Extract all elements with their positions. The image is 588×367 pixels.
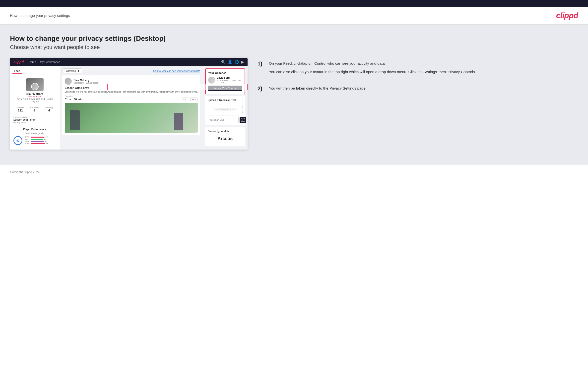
feed-tab[interactable]: Feed: [12, 68, 22, 74]
activities-value: 131: [16, 109, 24, 112]
red-annotation-box: [107, 84, 248, 90]
feed-header: Following ▼ Control who can see your act…: [62, 68, 200, 73]
profile-avatar: [31, 83, 39, 90]
activities-label: Activities: [16, 106, 24, 109]
footer: Copyright Clippd 2022: [0, 164, 588, 179]
trackman-placeholder: Trackman Link: [208, 103, 243, 115]
copyright-text: Copyright Clippd 2022: [10, 170, 40, 174]
instruction-1-text2: You can also click on your avatar in the…: [269, 69, 477, 75]
profile-card: Blair McHarg Plus Handicap Royal North D…: [12, 76, 57, 147]
nav-link-home[interactable]: Home: [29, 60, 36, 63]
demo-app: clippd Home My Performance 🔍 👤 🌐 ▶: [10, 58, 248, 150]
location-icon: 📍: [217, 80, 219, 83]
trackman-card: Upload a Trackman Test Trackman Link Add…: [205, 96, 245, 125]
main-content: How to change your privacy settings (Des…: [0, 25, 588, 164]
coach-club: 📍 Royal North Devon Golf Club: [217, 79, 242, 84]
instruction-1: 1) On your Feed, click/tap on 'Control w…: [258, 60, 578, 77]
instruction-number-1: 1): [258, 60, 265, 77]
followers-value: 3: [30, 109, 39, 112]
activity-user-info: Blair McHarg Yesterday · Sunningdale: [74, 79, 98, 84]
app-body: Feed Blair McHarg Plus Handicap Royal No…: [10, 66, 248, 150]
activity-description: Looking to feel like my hands are exitin…: [65, 90, 198, 94]
activity-badges: OTT APP: [182, 98, 198, 101]
demo-and-instructions: clippd Home My Performance 🔍 👤 🌐 ▶: [10, 58, 578, 150]
profile-handicap: Plus Handicap: [13, 95, 56, 98]
putt-bar: [31, 143, 45, 144]
arg-val: 86: [45, 141, 47, 142]
instruction-number-2: 2): [258, 85, 265, 94]
badge-app: APP: [190, 98, 198, 101]
tpq-circle: 92: [13, 136, 22, 145]
following-button[interactable]: Following ▼: [62, 68, 82, 73]
search-icon[interactable]: 🔍: [221, 60, 225, 64]
latest-activity-label: Latest Activity: [13, 116, 56, 118]
arg-bar: [31, 141, 44, 142]
duration-value: 01 hr : 30 min: [65, 98, 82, 101]
ott-bar: [31, 137, 45, 138]
activity-meta: Yesterday · Sunningdale: [74, 82, 98, 84]
trackman-title: Upload a Trackman Test: [208, 99, 243, 102]
app-val: 85: [44, 138, 46, 140]
followers-stat: Followers 3: [30, 106, 39, 112]
duration-label: Duration: [65, 95, 198, 98]
nav-link-performance[interactable]: My Performance: [40, 60, 60, 63]
coach-info: David Ford 📍 Royal North Devon Golf Club: [217, 76, 242, 84]
control-link[interactable]: Control who can see your activity and da…: [153, 70, 200, 72]
connect-title: Connect your data: [208, 130, 243, 133]
player-perf-title: Player Performance: [13, 128, 56, 131]
demo-wrapper: clippd Home My Performance 🔍 👤 🌐 ▶: [10, 58, 248, 150]
ott-val: 90: [46, 136, 48, 138]
followers-label: Followers: [30, 106, 39, 109]
instruction-2-text1: You will then be taken directly to the P…: [269, 85, 367, 91]
following-label: Following: [65, 69, 76, 72]
latest-activity-title: Lesson with Fordy: [13, 118, 56, 121]
app-nav-logo: clippd: [13, 60, 24, 64]
coaches-card: Your Coaches David Ford 📍 Royal North De…: [205, 68, 245, 94]
header: How to change your privacy settings clip…: [0, 7, 588, 25]
avatar-icon[interactable]: ▶: [241, 60, 244, 64]
player-performance-section: Player Performance Total Player Quality …: [13, 126, 56, 145]
tpq-row: 92 OTT 90 APP: [13, 136, 56, 145]
clippd-logo: clippd: [556, 11, 578, 20]
putt-label: PUTT: [24, 143, 30, 145]
activity-image: [65, 103, 198, 133]
page-subheading: Choose what you want people to see: [10, 44, 578, 51]
user-icon[interactable]: 👤: [228, 60, 232, 64]
activity-duration-row: 01 hr : 30 min OTT APP: [65, 98, 198, 101]
tpq-bar-app: APP 85: [24, 138, 56, 140]
app-nav-icons: 🔍 👤 🌐 ▶: [221, 60, 244, 64]
trackman-add-button[interactable]: Add Link: [240, 117, 246, 123]
coach-item: David Ford 📍 Royal North Devon Golf Club: [208, 76, 242, 84]
app-sidebar: Feed Blair McHarg Plus Handicap Royal No…: [10, 66, 60, 150]
globe-icon[interactable]: 🌐: [235, 60, 239, 64]
ott-label: OTT: [24, 136, 30, 138]
app-bar: [31, 139, 43, 140]
trackman-input[interactable]: [208, 117, 239, 123]
following-label: Following: [45, 106, 53, 109]
app-label: APP: [24, 138, 30, 140]
tpq-bar-ott: OTT 90: [24, 136, 56, 138]
activity-avatar: [65, 78, 72, 85]
coaches-title: Your Coaches: [208, 71, 242, 74]
putt-val: 96: [46, 143, 48, 145]
connect-card: Connect your data Arccos: [205, 127, 245, 146]
latest-activity-date: 03 Aug 2022: [13, 121, 56, 124]
following-value: 4: [45, 109, 53, 112]
app-nav-links: Home My Performance: [29, 60, 60, 63]
app-nav: clippd Home My Performance 🔍 👤 🌐 ▶: [10, 58, 248, 66]
following-stat: Following 4: [45, 106, 53, 112]
top-bar: [0, 0, 588, 7]
page-heading: How to change your privacy settings (Des…: [10, 35, 578, 43]
trackman-input-row: Add Link: [208, 117, 243, 123]
dropdown-icon: ▼: [77, 69, 80, 72]
profile-name: Blair McHarg: [13, 92, 56, 95]
arccos-logo: Arccos: [208, 134, 243, 143]
profile-stats: Activities 131 Followers 3 Following 4: [13, 105, 56, 114]
tpq-bar-putt: PUTT 96: [24, 143, 56, 145]
header-title: How to change your privacy settings: [10, 13, 70, 18]
profile-club: Royal North Devon Golf Club, United King…: [13, 98, 56, 103]
app-right-panel: Your Coaches David Ford 📍 Royal North De…: [203, 66, 248, 150]
instruction-1-text1: On your Feed, click/tap on 'Control who …: [269, 60, 477, 66]
tpq-bars: OTT 90 APP 85: [24, 136, 56, 145]
app-feed: Following ▼ Control who can see your act…: [60, 66, 203, 150]
